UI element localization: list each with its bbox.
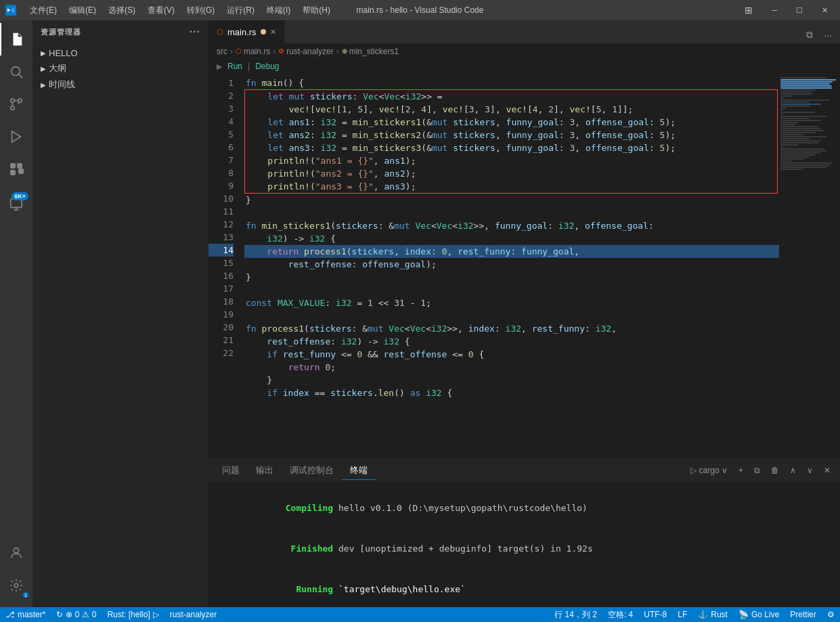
sidebar-item-hello[interactable]: ▶ HELLO <box>32 46 208 60</box>
menu-run[interactable]: 运行(R) <box>221 2 260 19</box>
status-golive[interactable]: 📡 Go Live <box>733 607 784 622</box>
cursor-position: 行 14，列 2 <box>554 609 597 621</box>
activity-account[interactable] <box>0 537 32 569</box>
add-terminal-icon[interactable]: + <box>734 463 747 478</box>
status-extra[interactable]: ⚙ <box>822 607 840 622</box>
close-panel-icon[interactable]: ✕ <box>820 463 835 478</box>
panel-tab-output[interactable]: 输出 <box>248 462 282 479</box>
layout-icon[interactable]: ⊞ <box>738 2 759 18</box>
breadcrumb-rust-analyzer[interactable]: ⚙ rust-analyzer <box>278 47 333 56</box>
menu-select[interactable]: 选择(S) <box>103 2 141 19</box>
rust-analyzer-label: rust-analyzer <box>170 610 217 619</box>
code-line-24: } <box>244 374 779 386</box>
extra-icon: ⚙ <box>827 610 835 619</box>
breadcrumb: src › ⬡ main.rs › ⚙ rust-analyzer › ⊕ mi… <box>208 44 840 59</box>
breadcrumb-sep1: › <box>230 47 233 56</box>
activity-extensions[interactable] <box>0 153 32 185</box>
prettier-label: Prettier <box>790 610 816 619</box>
terminal-line-finished: Finished dev [unoptimized + debuginfo] t… <box>217 529 832 569</box>
run-link[interactable]: Run <box>227 62 242 71</box>
run-status-icon[interactable]: ▷ <box>153 610 159 619</box>
line-ending-label: LF <box>678 610 687 619</box>
status-encoding[interactable]: UTF-8 <box>638 607 672 622</box>
language-label: Rust <box>711 610 728 619</box>
terminal-dropdown-icon[interactable]: ▷ cargo ∨ <box>686 463 732 478</box>
activity-run[interactable] <box>0 120 32 153</box>
terminal-line-compiling: Compiling hello v0.1.0 (D:\mysetup\gopat… <box>217 488 832 529</box>
status-branch[interactable]: ⎇ master* <box>0 607 51 622</box>
code-line-9: println!("ans3 = {}", ans3); <box>245 180 777 193</box>
main-area: 6K+ 1 资源管理器 ··· ▶ HELLO ▶ 大纲 <box>0 20 840 607</box>
menu-edit[interactable]: 编辑(E) <box>64 2 102 19</box>
status-rust-info[interactable]: Rust: [hello] ▷ <box>102 607 164 622</box>
close-button[interactable]: ✕ <box>815 3 835 18</box>
code-line-25: if index == stickers.len() as i32 { <box>244 386 779 399</box>
sidebar: 资源管理器 ··· ▶ HELLO ▶ 大纲 ▶ 时间线 <box>32 20 208 607</box>
status-cursor[interactable]: 行 14，列 2 <box>549 607 602 622</box>
rust-analyzer-icon: ⚙ <box>278 47 284 55</box>
code-line-17 <box>244 284 779 296</box>
status-spaces[interactable]: 空格: 4 <box>602 607 638 622</box>
tab-right-actions: ⧉ ··· <box>803 26 840 43</box>
split-editor-icon[interactable]: ⧉ <box>803 26 816 43</box>
tab-bar: ⬡ main.rs ✕ ⧉ ··· <box>208 20 840 44</box>
panel-tab-terminal[interactable]: 终端 <box>342 462 376 480</box>
minimize-button[interactable]: ─ <box>765 3 784 17</box>
function-icon: ⊕ <box>342 47 347 55</box>
panel-content[interactable]: Compiling hello v0.1.0 (D:\mysetup\gopat… <box>208 483 840 607</box>
debug-link[interactable]: Debug <box>255 62 279 71</box>
code-line-21: rest_offense: i32) -> i32 { <box>244 335 779 348</box>
menu-file[interactable]: 文件(E) <box>24 2 62 19</box>
breadcrumb-mainrs[interactable]: ⬡ main.rs <box>236 47 270 56</box>
arrow-icon: ▶ <box>41 81 46 89</box>
menu-terminal[interactable]: 终端(I) <box>261 2 296 19</box>
status-line-ending[interactable]: LF <box>672 607 692 622</box>
status-rust-analyzer[interactable]: rust-analyzer <box>164 607 222 622</box>
breadcrumb-function[interactable]: ⊕ min_stickers1 <box>342 47 399 56</box>
menu-view[interactable]: 查看(V) <box>142 2 180 19</box>
panel-tab-problems[interactable]: 问题 <box>214 462 248 479</box>
svg-line-1 <box>19 74 22 78</box>
panel-down-icon[interactable]: ∨ <box>803 463 817 478</box>
status-errors[interactable]: ↻ ⊗ 0 ⚠ 0 <box>51 607 102 622</box>
arrow-icon: ▶ <box>41 65 46 72</box>
sidebar-more[interactable]: ··· <box>190 26 200 38</box>
activity-git[interactable] <box>0 88 32 120</box>
activity-search[interactable] <box>0 55 32 88</box>
activity-settings[interactable]: 1 <box>0 569 32 602</box>
code-line-6: let ans3: i32 = min_stickers3(&mut stick… <box>245 141 777 154</box>
maximize-button[interactable]: ☐ <box>789 3 810 18</box>
activity-remote[interactable]: 6K+ <box>0 188 32 221</box>
svg-marker-5 <box>12 131 21 143</box>
menu-help[interactable]: 帮助(H) <box>297 2 336 19</box>
warnings-count: ⚠ 0 <box>82 610 96 619</box>
minimap <box>779 74 840 458</box>
code-line-16: } <box>244 271 779 284</box>
menu-bar: 文件(E) 编辑(E) 选择(S) 查看(V) 转到(G) 运行(R) 终端(I… <box>24 2 336 19</box>
tab-main-rs[interactable]: ⬡ main.rs ✕ <box>208 20 285 43</box>
sidebar-item-timeline[interactable]: ▶ 时间线 <box>32 76 208 93</box>
status-language[interactable]: ⚓ Rust <box>692 607 733 622</box>
modified-dot <box>261 29 266 35</box>
breadcrumb-src[interactable]: src <box>217 47 227 56</box>
breadcrumb-sep2: › <box>273 47 275 56</box>
activity-explorer[interactable] <box>0 23 32 55</box>
sidebar-header: 资源管理器 ··· <box>32 20 208 43</box>
delete-terminal-icon[interactable]: 🗑 <box>767 463 783 478</box>
panel-tab-debug[interactable]: 调试控制台 <box>282 462 342 479</box>
menu-goto[interactable]: 转到(G) <box>181 2 220 19</box>
titlebar-controls: ⊞ ─ ☐ ✕ <box>738 2 835 18</box>
sidebar-item-outline[interactable]: ▶ 大纲 <box>32 60 208 76</box>
svg-point-2 <box>11 99 15 103</box>
status-prettier[interactable]: Prettier <box>784 607 822 622</box>
tab-close-button[interactable]: ✕ <box>270 28 276 37</box>
more-actions-icon[interactable]: ··· <box>821 27 835 43</box>
titlebar-left: 文件(E) 编辑(E) 选择(S) 查看(V) 转到(G) 运行(R) 终端(I… <box>5 2 336 19</box>
code-line-2: let mut stickers: Vec<Vec<i32>> = <box>245 90 777 103</box>
editor-area: ⬡ main.rs ✕ ⧉ ··· src › ⬡ main.rs › ⚙ ru… <box>208 20 840 607</box>
panel-up-icon[interactable]: ∧ <box>786 463 800 478</box>
split-terminal-icon[interactable]: ⧉ <box>750 463 764 478</box>
window-title: main.rs - hello - Visual Studio Code <box>357 5 484 15</box>
code-wrap: 12345 678910 1112131415 1617181920 2122 … <box>208 74 840 458</box>
code-content[interactable]: fn main() { let mut stickers: Vec<Vec<i3… <box>239 74 779 458</box>
